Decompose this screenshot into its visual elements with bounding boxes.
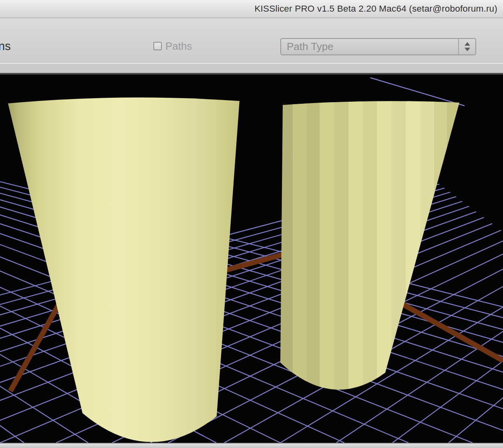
path-type-dropdown[interactable]: Path Type	[280, 38, 476, 55]
paths-checkbox[interactable]	[153, 42, 162, 50]
app-window: KISSlicer PRO v1.5 Beta 2.20 Mac64 (seta…	[0, 0, 503, 448]
model-cylinder-faceted[interactable]	[280, 101, 459, 389]
toolbar: ns Paths Path Type	[0, 18, 503, 63]
toolbar-divider	[0, 63, 503, 75]
down-arrow-icon	[465, 48, 470, 51]
paths-checkbox-label: Paths	[165, 40, 192, 52]
viewport-3d[interactable]	[0, 75, 503, 443]
stepper-icon[interactable]	[458, 39, 475, 54]
toolbar-left-clipped-label: ns	[0, 40, 11, 53]
model-cylinder-smooth[interactable]	[8, 97, 239, 442]
up-arrow-icon	[465, 42, 470, 46]
paths-checkbox-group[interactable]: Paths	[153, 40, 192, 52]
scene-3d	[0, 75, 503, 443]
title-bar[interactable]: KISSlicer PRO v1.5 Beta 2.20 Mac64 (seta…	[0, 0, 503, 18]
window-title: KISSlicer PRO v1.5 Beta 2.20 Mac64 (seta…	[254, 4, 497, 14]
bottom-bar	[0, 443, 503, 448]
path-type-value: Path Type	[281, 40, 458, 53]
